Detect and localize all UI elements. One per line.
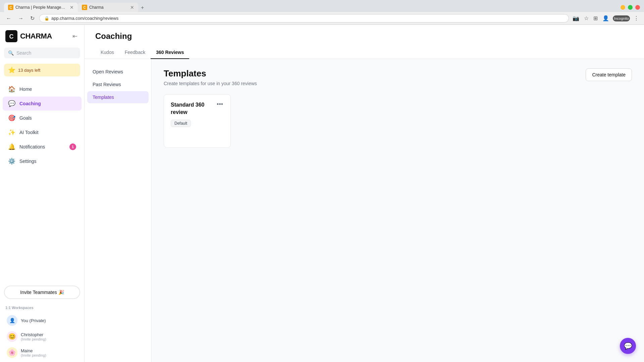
incognito-badge: Incognito	[613, 15, 630, 21]
avatar-maine: 🌸	[7, 347, 17, 358]
template-menu-button[interactable]: •••	[216, 101, 224, 107]
tab-close-2[interactable]: ✕	[130, 5, 134, 10]
workspace-item-christopher[interactable]: 😊 Christopher (Invite pending)	[5, 328, 79, 345]
coaching-icon: 💬	[8, 100, 15, 107]
sidebar-item-label-home: Home	[19, 86, 76, 92]
svg-text:C: C	[9, 33, 14, 40]
logo-text: CHARMA	[20, 32, 52, 41]
menu-icon[interactable]: ⋮	[633, 14, 640, 22]
tab-360-reviews[interactable]: 360 Reviews	[151, 46, 189, 59]
reload-button[interactable]: ↻	[28, 14, 37, 22]
workspace-sub-christopher: (Invite pending)	[21, 337, 77, 341]
tab-favicon-2: C	[82, 5, 87, 10]
app-layout: C CHARMA ⇤ 🔍 Search ⭐ 13 days left 🏠 Hom…	[0, 25, 644, 362]
url-text: app.charma.com/coaching/reviews	[51, 16, 564, 21]
search-icon: 🔍	[8, 50, 14, 56]
sidebar-item-settings[interactable]: ⚙️ Settings	[3, 154, 82, 168]
workspace-item-you[interactable]: 👤 You (Private)	[5, 312, 79, 328]
page-tabs: Kudos Feedback 360 Reviews	[95, 46, 633, 59]
content-area: Open Reviews Past Reviews Templates Temp…	[85, 59, 644, 362]
invite-teammates-button[interactable]: Invite Teammates 🎉	[4, 286, 80, 299]
browser-toolbar: ← → ↻ 🔒 app.charma.com/coaching/reviews …	[0, 12, 644, 25]
tab-title-1: Charma | People Management S...	[15, 5, 68, 10]
template-cards-container: Standard 360 review ••• Default	[164, 94, 632, 148]
main-content: Coaching Kudos Feedback 360 Reviews Open…	[85, 25, 644, 362]
minimize-button[interactable]	[621, 5, 625, 10]
sub-nav-templates[interactable]: Templates	[87, 91, 149, 103]
sidebar-item-label-settings: Settings	[19, 159, 76, 164]
chat-icon: 💬	[624, 342, 632, 350]
sidebar-item-home[interactable]: 🏠 Home	[3, 82, 82, 96]
sidebar-item-label-notifications: Notifications	[19, 144, 65, 149]
logo[interactable]: C CHARMA	[5, 30, 52, 42]
ai-toolkit-icon: ✨	[8, 129, 15, 136]
notifications-badge: 1	[69, 143, 76, 150]
sidebar-nav: 🏠 Home 💬 Coaching 🎯 Goals ✨ AI Toolkit 🔔…	[0, 79, 84, 282]
workspace-name-maine: Maine	[21, 348, 77, 353]
avatar-christopher: 😊	[7, 331, 17, 342]
templates-title: Templates	[164, 68, 257, 79]
address-bar[interactable]: 🔒 app.charma.com/coaching/reviews	[39, 14, 569, 22]
forward-button[interactable]: →	[16, 15, 25, 22]
maximize-button[interactable]	[628, 5, 633, 10]
tab-feedback[interactable]: Feedback	[119, 46, 151, 59]
profile-icon[interactable]: 👤	[601, 14, 610, 22]
back-button[interactable]: ←	[4, 15, 13, 22]
close-button[interactable]	[635, 5, 640, 10]
sidebar-item-notifications[interactable]: 🔔 Notifications 1	[3, 140, 82, 154]
chat-button[interactable]: 💬	[620, 338, 636, 354]
trial-banner: ⭐ 13 days left	[4, 64, 80, 76]
tab-kudos[interactable]: Kudos	[95, 46, 119, 59]
new-tab-button[interactable]: +	[138, 3, 147, 12]
workspace-name-you: You (Private)	[21, 318, 77, 323]
trial-icon: ⭐	[8, 66, 15, 74]
camera-off-icon[interactable]: 📷	[572, 14, 580, 22]
bookmark-icon[interactable]: ☆	[583, 14, 590, 22]
sidebar: C CHARMA ⇤ 🔍 Search ⭐ 13 days left 🏠 Hom…	[0, 25, 85, 362]
workspace-sub-maine: (Invite pending)	[21, 353, 77, 357]
logo-svg-icon: C	[5, 30, 17, 42]
workspace-section-label: 1:1 Workspaces	[5, 306, 79, 310]
workspace-info-christopher: Christopher (Invite pending)	[21, 332, 77, 341]
tab-strip: C Charma | People Management S... ✕ C Ch…	[4, 3, 147, 12]
browser-tab-1[interactable]: C Charma | People Management S... ✕	[4, 3, 78, 12]
search-bar[interactable]: 🔍 Search	[4, 48, 80, 58]
page-header: Coaching Kudos Feedback 360 Reviews	[85, 25, 644, 59]
tab-favicon-1: C	[8, 5, 13, 10]
workspace-item-maine[interactable]: 🌸 Maine (Invite pending)	[5, 345, 79, 361]
sub-nav-open-reviews[interactable]: Open Reviews	[87, 66, 149, 78]
lock-icon: 🔒	[44, 16, 49, 21]
sub-nav-past-reviews[interactable]: Past Reviews	[87, 78, 149, 90]
page-title: Coaching	[95, 32, 633, 41]
tab-grid-icon[interactable]: ⊞	[592, 14, 599, 22]
sidebar-item-ai-toolkit[interactable]: ✨ AI Toolkit	[3, 125, 82, 139]
sidebar-item-label-ai-toolkit: AI Toolkit	[19, 130, 76, 135]
browser-tab-2[interactable]: C Charma ✕	[78, 3, 138, 12]
trial-label: 13 days left	[18, 68, 41, 73]
sidebar-item-label-goals: Goals	[19, 115, 76, 121]
home-icon: 🏠	[8, 85, 15, 93]
tab-close-1[interactable]: ✕	[70, 5, 74, 10]
sidebar-item-goals[interactable]: 🎯 Goals	[3, 111, 82, 125]
workspace-name-christopher: Christopher	[21, 332, 77, 337]
sub-nav: Open Reviews Past Reviews Templates	[85, 59, 152, 362]
template-default-badge: Default	[171, 120, 191, 127]
browser-chrome: C Charma | People Management S... ✕ C Ch…	[0, 0, 644, 25]
sidebar-collapse-button[interactable]: ⇤	[71, 31, 79, 41]
templates-title-block: Templates Create templates for use in yo…	[164, 68, 257, 86]
workspace-info-maine: Maine (Invite pending)	[21, 348, 77, 357]
create-template-button[interactable]: Create template	[586, 68, 632, 81]
workspace-info-you: You (Private)	[21, 318, 77, 323]
toolbar-actions: 📷 ☆ ⊞ 👤 Incognito ⋮	[572, 14, 640, 22]
template-card-header: Standard 360 review •••	[171, 101, 224, 116]
sidebar-item-coaching[interactable]: 💬 Coaching	[3, 97, 82, 111]
template-card-title: Standard 360 review	[171, 101, 216, 116]
tab-title-2: Charma	[89, 5, 128, 10]
templates-subtitle: Create templates for use in your 360 rev…	[164, 81, 257, 86]
notifications-icon: 🔔	[8, 143, 15, 150]
sidebar-header: C CHARMA ⇤	[0, 25, 84, 45]
sidebar-item-label-coaching: Coaching	[19, 101, 76, 106]
window-controls	[621, 5, 640, 10]
template-card-standard-360[interactable]: Standard 360 review ••• Default	[164, 94, 231, 148]
search-placeholder: Search	[16, 50, 31, 56]
